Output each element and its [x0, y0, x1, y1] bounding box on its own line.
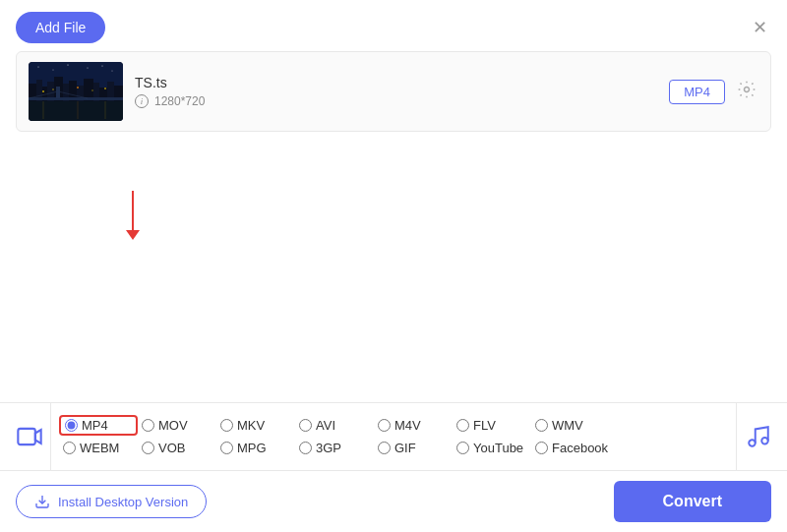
file-list: TS.ts i 1280*720 MP4 [16, 51, 771, 132]
audio-format-icon-button[interactable] [736, 403, 779, 470]
add-file-button[interactable]: Add File [16, 12, 105, 43]
video-format-icon-button[interactable] [8, 403, 51, 470]
format-mpg-label: MPG [237, 441, 267, 455]
format-badge-button[interactable]: MP4 [669, 80, 725, 104]
svg-rect-21 [29, 97, 123, 100]
svg-marker-35 [34, 430, 40, 443]
svg-point-33 [745, 87, 750, 91]
install-desktop-button[interactable]: Install Desktop Version [16, 485, 207, 518]
file-meta: i 1280*720 [135, 94, 657, 108]
svg-point-26 [52, 89, 54, 90]
svg-rect-7 [29, 99, 123, 121]
file-info: TS.ts i 1280*720 [135, 75, 657, 108]
close-button[interactable]: ✕ [749, 15, 771, 40]
convert-button[interactable]: Convert [614, 481, 771, 522]
format-avi[interactable]: AVI [295, 415, 374, 436]
format-avi-label: AVI [316, 418, 335, 433]
svg-rect-24 [56, 87, 60, 98]
svg-rect-34 [18, 429, 35, 444]
file-thumbnail [29, 62, 123, 121]
svg-point-3 [68, 65, 69, 66]
format-m4v-label: M4V [394, 418, 421, 433]
format-row-1: MP4 MOV MKV AVI [59, 415, 728, 436]
settings-button[interactable] [735, 78, 758, 106]
bottom-panel: MP4 MOV MKV AVI [0, 402, 787, 532]
format-3gp[interactable]: 3GP [295, 438, 374, 458]
arrow-line [132, 191, 134, 230]
format-wmv-label: WMV [552, 418, 583, 433]
svg-point-37 [761, 438, 768, 444]
format-mp4-label: MP4 [82, 418, 108, 433]
format-mp4[interactable]: MP4 [59, 415, 138, 436]
svg-point-5 [102, 66, 103, 67]
format-webm[interactable]: WEBM [59, 438, 138, 458]
annotation-arrow [126, 191, 140, 240]
top-bar: Add File ✕ [0, 0, 787, 51]
format-row-2: WEBM VOB MPG 3GP [59, 438, 728, 458]
action-bar: Install Desktop Version Convert [0, 471, 787, 532]
format-m4v[interactable]: M4V [374, 415, 453, 436]
svg-point-27 [77, 87, 79, 89]
format-mkv[interactable]: MKV [216, 415, 295, 436]
format-mkv-label: MKV [237, 418, 265, 433]
format-vob-label: VOB [158, 441, 185, 455]
format-3gp-label: 3GP [316, 441, 341, 455]
format-youtube[interactable]: YouTube [453, 438, 531, 458]
svg-point-4 [88, 68, 89, 69]
format-webm-label: WEBM [80, 441, 119, 455]
file-item: TS.ts i 1280*720 MP4 [17, 52, 770, 131]
info-icon: i [135, 94, 149, 108]
svg-point-1 [38, 67, 39, 68]
format-gif[interactable]: GIF [374, 438, 453, 458]
format-youtube-label: YouTube [473, 441, 523, 455]
svg-point-2 [53, 70, 54, 71]
format-options-grid: MP4 MOV MKV AVI [51, 409, 736, 464]
format-flv[interactable]: FLV [453, 415, 531, 436]
svg-point-6 [112, 71, 113, 72]
format-selector: MP4 MOV MKV AVI [0, 403, 787, 471]
format-mov-label: MOV [158, 418, 188, 433]
file-resolution: 1280*720 [154, 94, 205, 108]
format-gif-label: GIF [394, 441, 416, 455]
file-name: TS.ts [135, 75, 657, 90]
svg-point-36 [749, 440, 756, 446]
install-label: Install Desktop Version [58, 495, 188, 509]
arrow-head [126, 230, 140, 240]
format-mpg[interactable]: MPG [216, 438, 295, 458]
format-vob[interactable]: VOB [138, 438, 216, 458]
format-facebook[interactable]: Facebook [531, 438, 612, 458]
format-mov[interactable]: MOV [138, 415, 216, 436]
format-wmv[interactable]: WMV [531, 415, 610, 436]
app-window: Add File ✕ [0, 0, 787, 532]
file-actions: MP4 [669, 78, 758, 106]
svg-point-25 [42, 90, 44, 92]
format-facebook-label: Facebook [552, 441, 608, 455]
svg-point-28 [91, 89, 93, 91]
format-flv-label: FLV [473, 418, 496, 433]
svg-point-29 [104, 88, 106, 89]
